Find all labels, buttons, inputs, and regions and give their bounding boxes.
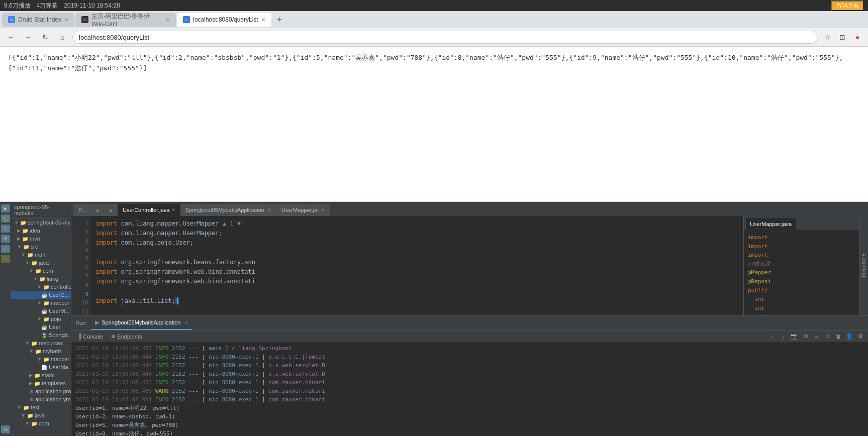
address-bar[interactable] bbox=[72, 31, 818, 44]
sidebar-t3-icon[interactable]: E bbox=[1, 245, 10, 253]
run-label: Run: bbox=[75, 320, 87, 326]
rp-line-7: import bbox=[748, 251, 855, 260]
charge-button[interactable]: 为TA充电 bbox=[831, 1, 864, 11]
folder-icon-mapper: 📁 bbox=[43, 300, 49, 306]
tree-item-mvn[interactable]: ▶ 📁 mvn bbox=[11, 235, 71, 243]
folder-icon-com: 📁 bbox=[35, 268, 41, 274]
rp-line-19: int bbox=[748, 304, 855, 313]
tree-label-mybatis: mybatis bbox=[43, 348, 62, 354]
code-area[interactable]: import com.liang.mapper.UserMapper ▲ 1 ▼… bbox=[90, 216, 743, 315]
editor-tab-um-close[interactable]: × bbox=[321, 206, 325, 213]
refresh-button[interactable]: ↻ bbox=[38, 30, 52, 44]
back-button[interactable]: ← bbox=[4, 30, 18, 44]
tree-item-src[interactable]: ▼ 📁 src bbox=[11, 243, 71, 251]
tree-item-pojo[interactable]: ▼ 📁 pojo bbox=[11, 315, 71, 323]
bottom-tab-springboot[interactable]: ▶ Springboot05MybatisApplication × bbox=[91, 316, 192, 330]
tool-btn-stop[interactable]: ■ bbox=[812, 332, 821, 341]
log-line-5: 2021-01-19 18:03:08.483 INFO 2152 --- [ … bbox=[75, 378, 864, 387]
tree-item-appyml[interactable]: ⚙ application.ym... bbox=[11, 395, 71, 403]
tree-item-springb[interactable]: 🍃 Springb... bbox=[11, 331, 71, 339]
tool-btn-up[interactable]: ↑ bbox=[767, 332, 777, 341]
user-log-4: User(id=8, name=浩仔, pwd=555) bbox=[75, 429, 864, 436]
tree-item-user[interactable]: ☕ User bbox=[11, 323, 71, 331]
tool-btn-trash[interactable]: 🗑 bbox=[834, 332, 843, 341]
tree-item-test-com[interactable]: ▼ 📁 com bbox=[11, 419, 71, 427]
tree-item-usermapperxml[interactable]: 📄 UserMa... bbox=[11, 363, 71, 371]
log-thread-6: nio-8080-exec-1 bbox=[209, 388, 258, 394]
browser-tab-2[interactable]: G 主页-阿里巴巴/鲁鲁伊Wiki-GitH × bbox=[75, 13, 176, 27]
tree-label-mapper: mapper bbox=[51, 300, 69, 306]
editor-tab-p[interactable]: P... bbox=[73, 204, 91, 216]
log-class-7: com.zaxxer.hikari bbox=[268, 396, 325, 403]
tree-item-idea[interactable]: ▶ 📁 idea bbox=[11, 227, 71, 235]
tool-btn-down[interactable]: ↓ bbox=[779, 332, 788, 341]
tree-item-test-java[interactable]: ▼ 📁 java bbox=[11, 411, 71, 419]
sidebar-t4-icon[interactable]: G bbox=[1, 255, 10, 263]
tree-item-controller[interactable]: ▼ 📁 controlle... bbox=[11, 283, 71, 291]
java-icon-user: ☕ bbox=[41, 324, 47, 330]
new-tab-button[interactable]: + bbox=[272, 13, 286, 27]
log-thread-3: nio-8080-exec-1 bbox=[209, 362, 258, 369]
browser-tab-3[interactable]: L localhost:8080/queryList × bbox=[177, 13, 271, 27]
tab-close-1[interactable]: × bbox=[64, 16, 68, 23]
structure-tab[interactable]: Structure bbox=[859, 216, 868, 315]
editor-tab-springboot[interactable]: Springboot05MybatisApplication. × bbox=[180, 204, 276, 216]
tree-item-apppro[interactable]: ⚙ application.pro... bbox=[11, 387, 71, 395]
tree-item-main[interactable]: ▼ 📁 main bbox=[11, 251, 71, 259]
tree-label-umxml: UserMa... bbox=[49, 364, 71, 370]
bottom-tab-endpoints[interactable]: ⊕ Endpoints bbox=[108, 334, 145, 340]
log-dash-1: --- [ bbox=[188, 345, 205, 352]
right-panel-tab-active[interactable]: UserMapper.java bbox=[746, 218, 796, 230]
editor-tab-eq1[interactable]: ≡ bbox=[91, 204, 104, 216]
editor-tab-usercontroller[interactable]: UserController.java × bbox=[118, 204, 180, 216]
tree-label-templates: templates bbox=[42, 380, 66, 386]
tree-label-com: com bbox=[43, 268, 53, 274]
browser-tab-1[interactable]: D Druid Stat Index × bbox=[2, 13, 74, 27]
sidebar-bottom1[interactable]: 18 bbox=[1, 425, 10, 433]
tree-item-test[interactable]: ▼ 📁 test bbox=[11, 403, 71, 411]
browser-tabs: D Druid Stat Index × G 主页-阿里巴巴/鲁鲁伊Wiki-G… bbox=[0, 11, 868, 28]
tool-btn-settings[interactable]: ⚙ bbox=[856, 332, 865, 341]
tree-item-static[interactable]: ▶ 📁 static bbox=[11, 371, 71, 379]
tab-label-1: Druid Stat Index bbox=[18, 16, 61, 23]
sidebar-t2-icon[interactable]: ⚙ bbox=[1, 235, 10, 243]
tree-item-mybatis[interactable]: ▼ 📁 mybatis bbox=[11, 347, 71, 355]
tree-item-mapper-folder[interactable]: ▼ 📁 mapper bbox=[11, 299, 71, 307]
forward-button[interactable]: → bbox=[21, 30, 35, 44]
tool-btn-camera[interactable]: 📷 bbox=[790, 332, 799, 341]
editor-tab-usermapper[interactable]: UserMapper.jar × bbox=[276, 204, 330, 216]
tree-label: springboot-05-mybatis bbox=[28, 220, 71, 226]
sidebar-debug-icon[interactable]: 🐛 bbox=[1, 214, 10, 223]
bottom-close[interactable]: × bbox=[184, 319, 187, 325]
tree-item-mapper-xml[interactable]: ▼ 📁 mapper bbox=[11, 355, 71, 363]
tree-item-com[interactable]: ▼ 📁 com bbox=[11, 267, 71, 275]
tree-item-project[interactable]: ▼ 📁 springboot-05-mybatis bbox=[11, 219, 71, 227]
home-button[interactable]: ⌂ bbox=[55, 30, 69, 44]
code-line-7: import org.springframework.web.bind.anno… bbox=[95, 277, 738, 286]
editor-tab-eq2[interactable]: ≡ bbox=[105, 204, 118, 216]
tab-favicon-3: L bbox=[183, 16, 190, 23]
sidebar-t1-icon[interactable]: T bbox=[1, 225, 10, 233]
sidebar-run-icon[interactable]: ▶ bbox=[1, 204, 10, 212]
tab-close-3[interactable]: × bbox=[261, 16, 265, 23]
tree-item-resources[interactable]: ▼ 📁 resources bbox=[11, 339, 71, 347]
tree-item-java[interactable]: ▼ 📁 java bbox=[11, 259, 71, 267]
tool-btn-wrap[interactable]: ⟲ bbox=[801, 332, 810, 341]
profile-button[interactable]: ● bbox=[851, 31, 864, 44]
tree-arrow-static: ▶ bbox=[29, 373, 33, 378]
tree-item-liang[interactable]: ▼ 📁 liang bbox=[11, 275, 71, 283]
tree-item-usermapper[interactable]: ☕ UserM... bbox=[11, 307, 71, 315]
editor-tab-uc-close[interactable]: × bbox=[171, 206, 175, 213]
editor-tab-sb-label: Springboot05MybatisApplication. bbox=[185, 207, 266, 213]
tree-item-templates[interactable]: ▶ 📁 templates bbox=[11, 379, 71, 387]
editor-tab-sb-close[interactable]: × bbox=[268, 206, 271, 213]
tool-btn-rerun[interactable]: ↺ bbox=[823, 332, 832, 341]
bookmark-button[interactable]: ☆ bbox=[821, 31, 834, 44]
bottom-tab-console[interactable]: ▐ Console bbox=[74, 334, 106, 340]
tree-item-usercontroller[interactable]: ☕ UserC... bbox=[11, 291, 71, 299]
tree-arrow-test: ▼ bbox=[17, 405, 22, 410]
tool-btn-person[interactable]: 👤 bbox=[845, 332, 854, 341]
cast-button[interactable]: ⊡ bbox=[836, 31, 849, 44]
tree-label-mvn: mvn bbox=[30, 236, 40, 242]
tab-close-2[interactable]: × bbox=[166, 16, 170, 23]
